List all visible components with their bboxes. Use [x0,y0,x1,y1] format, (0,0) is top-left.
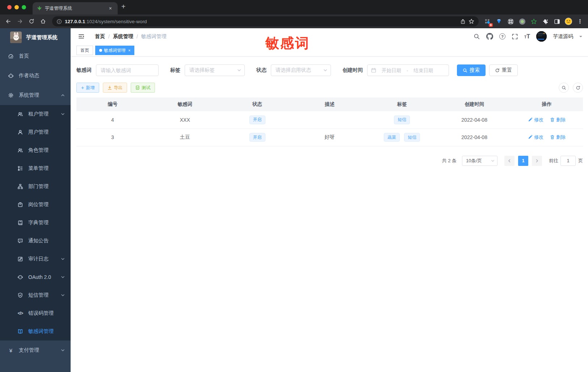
tag-select[interactable]: 请选择标签 [185,64,245,76]
sidebar-item-post[interactable]: 岗位管理 [0,196,71,214]
gem-extension-icon[interactable] [494,16,504,26]
tag-select-placeholder: 请选择标签 [189,67,215,74]
page-size-select[interactable]: 10条/页 [462,156,497,166]
user-avatar[interactable] [536,31,547,42]
command-extension-icon[interactable] [505,16,516,26]
new-tab-button[interactable]: + [118,3,131,14]
sidebar-item-dictionary[interactable]: 字典管理 [0,214,71,232]
home-button[interactable] [38,16,49,27]
column-header-id: 编号 [76,97,149,111]
breadcrumb: 首页 / 系统管理 / 敏感词管理 [95,33,167,40]
extension-icons: 9 ⋮ [482,16,585,26]
goto-page-input[interactable] [560,156,576,166]
date-end-input[interactable] [410,68,437,73]
edit-link[interactable]: 修改 [528,117,543,123]
site-info-icon[interactable] [56,19,62,24]
fullscreen-icon[interactable] [512,33,518,40]
goto-label: 前往 [549,158,558,164]
reload-button[interactable] [26,16,37,27]
tab-close-icon[interactable]: × [108,5,113,11]
back-button[interactable] [3,16,14,27]
browser-menu-icon[interactable]: ⋮ [575,16,585,26]
username-label[interactable]: 芋道源码 [553,33,573,40]
font-size-icon[interactable]: TT [524,33,530,40]
sidebar-item-department[interactable]: 部门管理 [0,177,71,196]
sidebar-item-home[interactable]: 首页 [0,46,71,66]
system-submenu: 租户管理 用户管理 [0,105,71,340]
show-search-toggle-button[interactable] [559,83,569,93]
sidebar-collapse-icon[interactable] [76,32,86,41]
tag-close-icon[interactable]: × [128,48,130,53]
audit-log-icon [17,256,23,262]
tag-view-current[interactable]: 敏感词管理 × [95,46,134,55]
sidebar-item-audit-log[interactable]: 审计日志 [0,250,71,268]
test-button[interactable]: 测试 [131,83,155,93]
status-badge: 开启 [249,133,265,142]
profile-avatar-icon[interactable] [563,16,574,26]
delete-link[interactable]: 删除 [550,134,566,141]
help-icon[interactable]: ? [499,33,505,39]
reset-button[interactable]: 重置 [489,64,518,76]
sidebar-item-error-code[interactable]: </> 错误码管理 [0,304,71,322]
sidebar-item-oauth[interactable]: OAuth 2.0 [0,268,71,286]
sidebar-item-sms[interactable]: 短信管理 [0,286,71,304]
sidebar-item-tenant[interactable]: 租户管理 [0,105,71,123]
user-menu-caret-icon[interactable] [579,36,582,39]
cell-word: XXX [149,111,221,129]
green-star-extension-icon[interactable] [529,16,539,26]
sidebar-item-role[interactable]: 角色管理 [0,141,71,159]
window-close-button[interactable] [7,5,12,9]
sidebar-item-user[interactable]: 用户管理 [0,123,71,141]
status-select[interactable]: 请选择启用状态 [271,64,331,76]
column-header-word: 敏感词 [149,97,221,111]
date-range-picker[interactable]: - [367,64,449,76]
plus-icon: + [81,85,84,90]
sidebar-item-system[interactable]: 系统管理 [0,85,71,105]
sensitive-word-table: 编号 敏感词 状态 描述 标签 创建时间 操作 4 XXX [76,97,583,146]
tag-view-label: 敏感词管理 [104,47,126,54]
share-icon[interactable] [460,19,466,24]
github-icon[interactable] [486,33,493,40]
chevron-up-icon [61,93,65,97]
users-icon [17,111,23,117]
extensions-puzzle-icon[interactable] [540,16,550,26]
breadcrumb-section[interactable]: 系统管理 [113,33,133,40]
browser-tab[interactable]: 芋道管理系统 × [33,2,118,14]
next-page-button[interactable] [532,156,542,166]
pencil-icon [528,117,533,122]
grid-diamond-extension-icon[interactable]: 9 [482,16,492,26]
sidebar-item-label: 字典管理 [28,220,49,226]
proxy-extension-icon[interactable] [517,16,527,26]
sidebar-item-menu[interactable]: 菜单管理 [0,159,71,177]
date-start-input[interactable] [378,68,405,73]
search-button[interactable]: 搜索 [457,64,486,76]
sidebar-item-author-news[interactable]: 作者动态 [0,66,71,85]
address-bar[interactable]: 127.0.0.1:1024/system/sensitive-word [52,16,479,26]
add-button[interactable]: + 新增 [76,83,99,93]
trash-icon [550,135,555,139]
sidebar-item-payment[interactable]: ¥ 支付管理 [0,340,71,360]
cell-created-at: 2022-04-08 [438,111,511,129]
window-zoom-button[interactable] [22,5,26,9]
sidebar-item-notice[interactable]: 通知公告 [0,232,71,250]
pagination: 共 2 条 10条/页 1 前往 [76,156,583,166]
window-minimize-button[interactable] [14,5,19,9]
refresh-table-button[interactable] [573,83,583,93]
keyword-input[interactable] [96,64,159,76]
sidebar: 芋道管理系统 首页 作者动态 [0,28,71,372]
extension-badge: 9 [489,23,493,27]
bookmark-star-icon[interactable] [469,18,474,24]
page-number-1[interactable]: 1 [518,156,528,166]
side-panel-icon[interactable] [552,16,562,26]
breadcrumb-home[interactable]: 首页 [95,33,105,40]
sidebar-item-sensitive-word[interactable]: 敏感词管理 [0,322,71,340]
header-search-icon[interactable] [474,33,480,40]
delete-link[interactable]: 删除 [550,117,566,123]
chevron-down-icon [491,159,495,163]
edit-link[interactable]: 修改 [528,134,543,141]
app-logo-row[interactable]: 芋道管理系统 [0,28,71,46]
forward-button[interactable] [14,16,25,27]
tag-view-home[interactable]: 首页 [76,46,93,55]
prev-page-button[interactable] [504,156,514,166]
export-button[interactable]: 导出 [103,83,127,93]
